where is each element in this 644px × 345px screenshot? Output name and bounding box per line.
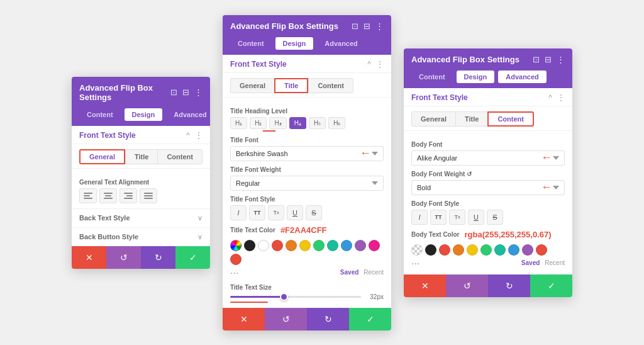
- h2-btn[interactable]: H₂: [250, 117, 267, 129]
- body-font-select[interactable]: Alike Angular: [411, 150, 565, 166]
- strikethrough-btn-3[interactable]: S: [487, 210, 503, 225]
- recent-label-3[interactable]: Recent: [545, 259, 565, 266]
- collapse-icon-3[interactable]: ^: [548, 93, 552, 102]
- h3-btn[interactable]: H₃: [269, 117, 286, 129]
- panel-1-icon-grid[interactable]: ⊡: [170, 88, 177, 97]
- sub-tab-general-3[interactable]: General: [411, 111, 455, 127]
- panel-2-icon-grid[interactable]: ⊡: [352, 21, 358, 31]
- green-swatch-3[interactable]: [480, 244, 492, 256]
- align-right-btn[interactable]: [119, 188, 137, 203]
- tx-btn-3[interactable]: Tx: [449, 210, 465, 225]
- pencil-swatch[interactable]: [228, 251, 243, 267]
- red-swatch-3[interactable]: [439, 244, 450, 256]
- dots-icon-3[interactable]: ⋮: [557, 93, 565, 102]
- transparent-swatch-3[interactable]: [411, 244, 423, 256]
- red-swatch[interactable]: [272, 240, 283, 251]
- teal-swatch[interactable]: [327, 240, 338, 251]
- strikethrough-btn-2[interactable]: S: [306, 205, 322, 220]
- tab-advanced-2[interactable]: Advanced: [317, 37, 365, 50]
- tx-btn-2[interactable]: Tx: [268, 205, 284, 220]
- save-btn-2[interactable]: ✓: [349, 308, 391, 331]
- sub-tab-title-3[interactable]: Title: [455, 111, 487, 127]
- panel-3-icon-split[interactable]: ⊟: [545, 55, 552, 64]
- italic-btn-2[interactable]: I: [230, 205, 247, 220]
- black-swatch-3[interactable]: [425, 244, 436, 256]
- sub-tab-general-1[interactable]: General: [79, 149, 125, 164]
- title-size-track[interactable]: [230, 296, 361, 298]
- italic-btn-3[interactable]: I: [411, 210, 428, 225]
- collapse-icon-1[interactable]: ^: [186, 131, 190, 140]
- title-size-thumb[interactable]: [280, 293, 288, 301]
- panel-1-icon-split[interactable]: ⊟: [182, 88, 189, 97]
- green-swatch[interactable]: [313, 240, 325, 251]
- panel-3-icon-more[interactable]: ⋮: [557, 55, 565, 64]
- more-swatches-btn-3[interactable]: ···: [411, 258, 419, 269]
- tab-design-1[interactable]: Design: [125, 108, 163, 121]
- cancel-btn-1[interactable]: ✕: [72, 246, 106, 269]
- yellow-swatch[interactable]: [299, 240, 311, 251]
- redo-btn-3[interactable]: ↻: [488, 274, 530, 297]
- save-btn-3[interactable]: ✓: [530, 274, 572, 297]
- yellow-swatch-3[interactable]: [467, 244, 478, 256]
- sub-tab-title-1[interactable]: Title: [125, 149, 157, 164]
- align-center-btn[interactable]: [99, 188, 117, 203]
- blue-swatch-3[interactable]: [508, 244, 519, 256]
- recent-label[interactable]: Recent: [364, 269, 384, 276]
- reset-btn-1[interactable]: ↺: [106, 246, 141, 269]
- sub-tab-content-3[interactable]: Content: [487, 111, 534, 127]
- tab-design-2[interactable]: Design: [275, 37, 314, 50]
- align-justify-btn[interactable]: [140, 188, 157, 203]
- back-button-style-item[interactable]: Back Button Style ∨: [72, 227, 210, 246]
- title-font-select[interactable]: Berkshire Swash: [230, 146, 384, 161]
- tab-advanced-3[interactable]: Advanced: [498, 71, 547, 83]
- dots-icon-2[interactable]: ⋮: [376, 60, 384, 69]
- purple-swatch[interactable]: [355, 240, 366, 251]
- sub-tab-title-2[interactable]: Title: [274, 78, 308, 93]
- tt-btn-2[interactable]: TT: [249, 205, 265, 220]
- back-text-style-item[interactable]: Back Text Style ∨: [72, 208, 210, 227]
- orange-swatch[interactable]: [286, 240, 297, 251]
- gradient-swatch[interactable]: [230, 240, 242, 251]
- saved-label[interactable]: Saved: [340, 269, 358, 276]
- save-btn-1[interactable]: ✓: [175, 246, 210, 269]
- tab-content-2[interactable]: Content: [230, 37, 272, 50]
- panel-3-icon-grid[interactable]: ⊡: [533, 55, 540, 64]
- collapse-icon-2[interactable]: ^: [367, 60, 371, 69]
- tab-content-3[interactable]: Content: [411, 71, 453, 83]
- reset-btn-2[interactable]: ↺: [265, 308, 307, 331]
- blue-swatch[interactable]: [341, 240, 352, 251]
- sub-tab-content-2[interactable]: Content: [308, 78, 353, 93]
- title-font-weight-select[interactable]: Regular: [230, 176, 384, 191]
- sub-tab-general-2[interactable]: General: [230, 78, 274, 93]
- align-left-btn[interactable]: [79, 188, 97, 203]
- h1-btn[interactable]: H₁: [230, 117, 247, 129]
- h6-btn[interactable]: H₆: [328, 117, 345, 129]
- saved-label-3[interactable]: Saved: [521, 259, 540, 266]
- panel-1-icon-more[interactable]: ⋮: [194, 88, 203, 96]
- white-swatch[interactable]: [258, 240, 269, 251]
- orange-swatch-3[interactable]: [453, 244, 464, 256]
- teal-swatch-3[interactable]: [494, 244, 506, 256]
- sub-tab-content-1[interactable]: Content: [157, 149, 203, 164]
- redo-btn-1[interactable]: ↻: [141, 246, 175, 269]
- redo-btn-2[interactable]: ↻: [307, 308, 349, 331]
- tt-btn-3[interactable]: TT: [430, 210, 447, 225]
- panel-2-icon-split[interactable]: ⊟: [364, 21, 370, 31]
- dots-icon-1[interactable]: ⋮: [195, 131, 203, 140]
- h5-btn[interactable]: H₅: [309, 117, 326, 129]
- cancel-btn-3[interactable]: ✕: [404, 274, 446, 297]
- tab-design-3[interactable]: Design: [457, 71, 495, 83]
- underline-btn-2[interactable]: U: [287, 205, 303, 220]
- panel-2-icon-more[interactable]: ⋮: [375, 22, 384, 30]
- pink-swatch[interactable]: [369, 240, 380, 251]
- reset-btn-3[interactable]: ↺: [446, 274, 488, 297]
- pencil-swatch-3[interactable]: [533, 242, 549, 257]
- purple-swatch-3[interactable]: [522, 244, 533, 256]
- more-swatches-btn[interactable]: ···: [230, 268, 238, 279]
- cancel-btn-2[interactable]: ✕: [223, 308, 265, 331]
- tab-advanced-1[interactable]: Advanced: [166, 108, 210, 121]
- underline-btn-3[interactable]: U: [468, 210, 484, 225]
- h4-btn[interactable]: H₄: [289, 117, 306, 129]
- body-font-weight-select[interactable]: Bold: [411, 180, 565, 195]
- black-swatch[interactable]: [244, 240, 255, 251]
